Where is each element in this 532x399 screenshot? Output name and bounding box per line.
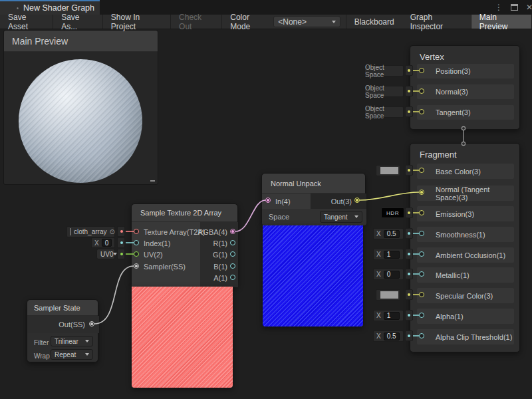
metallic-value[interactable]: 0 — [384, 271, 400, 279]
sampler-state-title[interactable]: Sampler State — [27, 300, 98, 316]
object-picker-icon[interactable]: ⊙ — [109, 228, 114, 235]
chevron-down-icon — [85, 340, 89, 342]
specular-color-well[interactable] — [376, 289, 400, 301]
slot-base-color-label: Base Color(3) — [436, 168, 481, 176]
slot-metallic[interactable]: Metallic(1) — [417, 267, 514, 283]
fragment-node[interactable]: Fragment Base Color(3) Normal (Tangent S… — [410, 143, 520, 352]
slot-normal[interactable]: Normal(3) — [417, 84, 514, 99]
slot-alpha[interactable]: Alpha(1) — [417, 309, 514, 324]
port-normal-tangent[interactable] — [419, 190, 424, 195]
port-alpha[interactable] — [419, 313, 424, 318]
main-preview-toggle[interactable]: Main Preview — [471, 15, 532, 29]
slot-normal-tangent-label: Normal (Tangent Space)(3) — [436, 186, 514, 201]
alpha-clip-field[interactable]: X 0.5 — [373, 331, 404, 342]
port-ambient-occlusion[interactable] — [419, 251, 424, 257]
vertex-node[interactable]: Vertex Position(3) Normal(3) Tangent(3) — [410, 45, 520, 130]
port-emission[interactable] — [419, 210, 424, 215]
port-r[interactable] — [230, 240, 235, 245]
texture-array-object-field[interactable]: cloth_array ⊙ — [66, 226, 115, 237]
smoothness-value[interactable]: 0.5 — [384, 230, 400, 238]
slot-normal-tangent[interactable]: Normal (Tangent Space)(3) — [417, 186, 514, 201]
save-as-button[interactable]: Save As... — [53, 15, 103, 29]
port-alpha-clip[interactable] — [419, 333, 424, 338]
index-field[interactable]: X 0 — [91, 237, 115, 248]
slot-base-color[interactable]: Base Color(3) — [417, 164, 514, 179]
filter-dropdown[interactable]: Trilinear — [51, 336, 93, 346]
hdr-label: HDR — [386, 210, 399, 216]
slot-position[interactable]: Position(3) — [417, 64, 514, 78]
slot-metallic-label: Metallic(1) — [436, 271, 469, 279]
slot-ambient-occlusion-label: Ambient Occlusion(1) — [436, 251, 505, 259]
emission-hdr-well[interactable]: HDR — [381, 207, 404, 218]
port-dot — [408, 90, 410, 92]
port-in[interactable] — [265, 198, 271, 203]
alpha-field[interactable]: X 1 — [373, 310, 404, 321]
port-rgba[interactable] — [230, 229, 235, 234]
main-preview-panel[interactable]: Main Preview — [3, 30, 158, 185]
index-value[interactable]: 0 — [102, 239, 112, 247]
main-preview-header[interactable]: Main Preview — [4, 31, 158, 52]
slot-specular-color[interactable]: Specular Color(3) — [417, 288, 514, 303]
port-uv[interactable] — [134, 251, 139, 257]
input-index-label: Index(1) — [144, 238, 170, 249]
tangent-space-chip[interactable]: Object Space — [364, 106, 404, 118]
chevron-down-icon — [85, 353, 89, 356]
show-in-project-button[interactable]: Show In Project — [103, 15, 171, 29]
alpha-clip-value[interactable]: 0.5 — [384, 332, 400, 340]
smoothness-field[interactable]: X 0.5 — [373, 228, 404, 239]
port-texture-array[interactable] — [134, 229, 139, 234]
maximize-icon[interactable] — [511, 4, 518, 11]
wrap-dropdown[interactable]: Repeat — [51, 349, 93, 360]
port-b[interactable] — [230, 263, 235, 269]
alpha-value[interactable]: 1 — [384, 312, 400, 320]
save-asset-button[interactable]: Save Asset — [0, 15, 53, 29]
preview-resize-handle[interactable] — [150, 180, 155, 182]
port-base-color[interactable] — [419, 168, 424, 173]
slot-smoothness[interactable]: Smoothness(1) — [417, 227, 514, 242]
port-normal[interactable] — [419, 88, 424, 94]
vertex-node-title[interactable]: Vertex — [410, 46, 519, 62]
ao-value[interactable]: 1 — [384, 251, 400, 259]
port-out[interactable] — [354, 198, 360, 203]
sample-texture-2d-array-node[interactable]: Sample Texture 2D Array Texture Array(T2… — [131, 203, 238, 287]
sample-node-title[interactable]: Sample Texture 2D Array — [132, 204, 237, 222]
port-smoothness[interactable] — [419, 231, 424, 236]
close-icon[interactable]: ✕ — [526, 3, 532, 12]
port-index[interactable] — [134, 240, 139, 245]
port-dot — [120, 241, 123, 244]
preview-sphere[interactable] — [19, 59, 142, 183]
port-g[interactable] — [230, 251, 235, 257]
slot-emission[interactable]: Emission(3) — [417, 206, 514, 221]
window-menu-icon[interactable]: ⋮ — [495, 3, 503, 12]
blackboard-toggle[interactable]: Blackboard — [346, 15, 402, 29]
fragment-node-title[interactable]: Fragment — [410, 144, 519, 160]
ao-field[interactable]: X 1 — [373, 249, 404, 260]
port-sampler[interactable] — [134, 263, 139, 269]
port-tangent[interactable] — [419, 109, 424, 114]
position-space-chip[interactable]: Object Space — [364, 65, 404, 76]
sample-texture-preview[interactable] — [132, 287, 233, 388]
slot-ambient-occlusion[interactable]: Ambient Occlusion(1) — [417, 247, 514, 263]
port-specular-color[interactable] — [419, 292, 424, 297]
base-color-well[interactable] — [376, 165, 400, 176]
shader-graph-icon — [17, 4, 19, 13]
normal-unpack-preview[interactable] — [263, 225, 363, 327]
port-a[interactable] — [230, 275, 235, 280]
slot-alpha-clip-label: Alpha Clip Threshold(1) — [436, 333, 512, 341]
slot-tangent[interactable]: Tangent(3) — [417, 105, 514, 120]
slot-alpha-label: Alpha(1) — [436, 313, 464, 321]
port-out-ss[interactable] — [89, 321, 94, 327]
space-value: Tangent — [324, 213, 348, 221]
normal-space-chip[interactable]: Object Space — [364, 86, 404, 97]
space-dropdown[interactable]: Tangent — [320, 211, 362, 223]
graph-inspector-toggle[interactable]: Graph Inspector — [402, 15, 471, 29]
normal-unpack-title[interactable]: Normal Unpack — [262, 174, 365, 194]
port-position[interactable] — [419, 68, 424, 73]
port-dot — [120, 230, 123, 233]
color-mode-dropdown[interactable]: <None> — [273, 16, 340, 27]
uv-channel-dropdown[interactable]: UV0 — [96, 249, 115, 259]
output-g-label: G(1) — [213, 249, 227, 260]
metallic-field[interactable]: X 0 — [373, 269, 404, 280]
slot-alpha-clip[interactable]: Alpha Clip Threshold(1) — [417, 329, 514, 344]
port-metallic[interactable] — [419, 271, 424, 277]
